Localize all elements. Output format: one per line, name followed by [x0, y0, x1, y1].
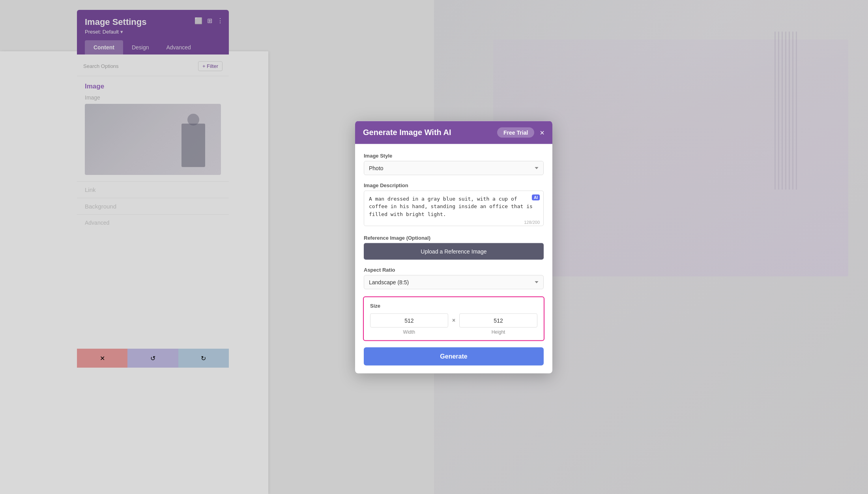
height-label: Height	[459, 329, 537, 334]
height-input[interactable]	[459, 313, 537, 327]
upload-reference-button[interactable]: Upload a Reference Image	[364, 243, 544, 259]
reference-image-label: Reference Image (Optional)	[364, 235, 544, 240]
size-section: Size Width × Height	[363, 296, 544, 341]
aspect-ratio-group: Aspect Ratio Landscape (8:5) Portrait (5…	[364, 267, 544, 289]
width-label: Width	[370, 329, 448, 334]
reference-image-group: Reference Image (Optional) Upload a Refe…	[364, 235, 544, 259]
image-style-group: Image Style Photo Illustration Watercolo…	[364, 152, 544, 175]
image-description-group: Image Description A man dressed in a gra…	[364, 182, 544, 227]
modal-footer: Generate	[355, 341, 552, 373]
aspect-ratio-select[interactable]: Landscape (8:5) Portrait (5:8) Square (1…	[364, 275, 544, 289]
width-input[interactable]	[370, 313, 448, 327]
size-inputs: Width × Height	[370, 313, 537, 334]
modal-close-button[interactable]: ×	[540, 128, 544, 136]
free-trial-badge[interactable]: Free Trial	[497, 127, 534, 137]
char-count: 128/200	[524, 220, 540, 224]
ai-icon: AI	[532, 194, 540, 200]
generate-button[interactable]: Generate	[364, 347, 544, 365]
generate-image-modal: Generate Image With AI Free Trial × Imag…	[355, 121, 552, 373]
image-description-textarea[interactable]: A man dressed in a gray blue suit, with …	[364, 190, 544, 226]
modal-title: Generate Image With AI	[363, 128, 451, 137]
width-input-group: Width	[370, 313, 448, 334]
modal-header-right: Free Trial ×	[497, 127, 544, 137]
modal-header: Generate Image With AI Free Trial ×	[355, 121, 552, 144]
textarea-wrapper: A man dressed in a gray blue suit, with …	[364, 190, 544, 227]
size-label: Size	[370, 302, 537, 308]
aspect-ratio-label: Aspect Ratio	[364, 267, 544, 272]
image-description-label: Image Description	[364, 182, 544, 188]
height-input-group: Height	[459, 313, 537, 334]
modal-body: Image Style Photo Illustration Watercolo…	[355, 144, 552, 341]
size-x-separator: ×	[452, 317, 455, 331]
image-style-select[interactable]: Photo Illustration Watercolor Oil Painti…	[364, 161, 544, 175]
image-style-label: Image Style	[364, 152, 544, 158]
